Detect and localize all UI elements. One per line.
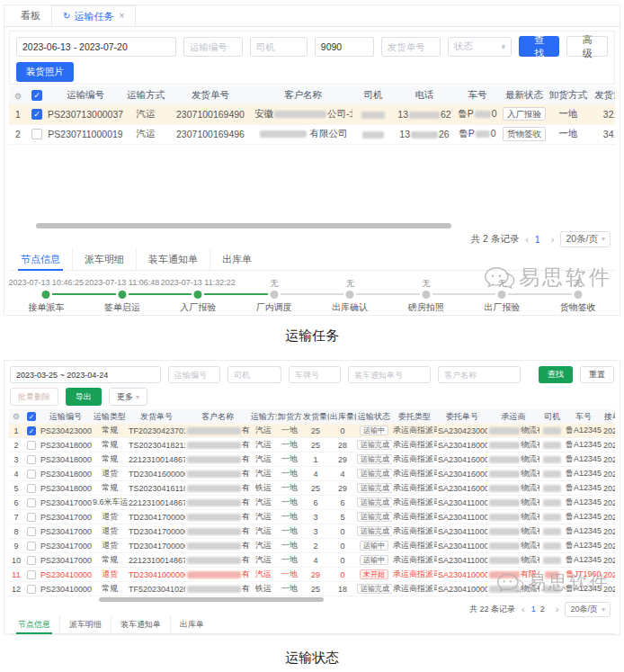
subtab-outbound-order[interactable]: 出库单	[171, 616, 213, 633]
ship-no-input[interactable]	[381, 37, 441, 57]
table-row[interactable]: 12PS230410000004常规TF520230410203有限公司铁运一地…	[9, 582, 615, 596]
task-table: ⚙运输编号运输方式发货单号客户名称司机电话车号最新状态卸货方式发货量(吨1PS2…	[9, 86, 615, 145]
tab-transport-task[interactable]: ↻ 运输任务 ×	[51, 5, 136, 26]
loading-notice-input[interactable]	[348, 366, 431, 383]
select-all-checkbox[interactable]	[27, 412, 36, 421]
row-checkbox[interactable]	[27, 570, 36, 579]
page-number[interactable]: 1	[531, 605, 536, 614]
table-row[interactable]: 8PS230417000003退货TD230417000008有限公司汽运一地3…	[9, 524, 615, 539]
row-checkbox[interactable]	[31, 129, 42, 139]
transport-no-input[interactable]	[168, 366, 220, 383]
page-size-value: 20条/页	[570, 604, 598, 615]
prev-page-icon[interactable]: ‹	[521, 604, 525, 614]
more-button[interactable]: 更多 ▾	[109, 388, 147, 406]
status-select[interactable]: 状态 ▾	[448, 37, 512, 57]
search-button[interactable]: 查找	[539, 366, 573, 383]
date-range-input[interactable]	[16, 37, 176, 57]
prev-page-icon[interactable]: ‹	[525, 234, 529, 245]
node-timeline: 2023-04-23 22:32:29接单派车2023-04-23 23:22:…	[4, 634, 485, 635]
table-row[interactable]: 3PS230418000007常规22123100148673有限公司汽运一地1…	[9, 452, 615, 467]
text-fragment: 物流有限公司	[521, 541, 539, 550]
close-icon[interactable]: ×	[119, 6, 124, 26]
timeline-label: 入厂报验	[160, 301, 236, 314]
row-checkbox[interactable]	[27, 484, 36, 493]
page-number[interactable]: 2	[540, 605, 545, 614]
table-row[interactable]: 1PS230713000037汽运2307100169490安徽公司-北区136…	[9, 104, 615, 124]
page-size-value: 20条/页	[566, 233, 598, 246]
table-row[interactable]: 2PS230418000001常规TS20230418211有限公司汽运一地25…	[9, 438, 615, 452]
tab-board[interactable]: 看板	[10, 5, 51, 26]
select-all-checkbox[interactable]	[31, 90, 42, 101]
column-header: 承运商	[487, 409, 539, 424]
date-range-input[interactable]	[10, 366, 161, 383]
row-checkbox[interactable]	[27, 426, 36, 435]
search-button[interactable]: 查找	[519, 36, 560, 57]
timeline-date: 2023-07-13 11:06:48	[85, 278, 161, 289]
row-checkbox[interactable]	[31, 109, 42, 120]
row-checkbox[interactable]	[27, 441, 36, 450]
export-button[interactable]: 导出	[66, 388, 102, 406]
subtab-dispatch-detail[interactable]: 派车明细	[60, 616, 111, 633]
timeline-date: 2023-07-13 11:32:22	[160, 278, 236, 289]
column-settings-icon[interactable]: ⚙	[14, 92, 22, 101]
plate-input[interactable]	[289, 366, 341, 383]
row-checkbox[interactable]	[27, 498, 36, 507]
next-page-icon[interactable]: ›	[556, 604, 559, 614]
subtab-node-info[interactable]: 节点信息	[9, 249, 73, 270]
table-row[interactable]: 2PS230711000019汽运2307100169496 有限公司1326鲁…	[9, 124, 615, 144]
column-header: 车号	[455, 86, 500, 104]
row-checkbox[interactable]	[27, 470, 36, 479]
driver-input[interactable]	[227, 366, 281, 383]
subtab-outbound-order[interactable]: 出库单	[210, 249, 263, 270]
column-header: 客户名称	[254, 86, 352, 104]
page-size-select[interactable]: 20条/页 ▾	[565, 602, 611, 617]
advanced-button[interactable]: 高级	[566, 36, 608, 57]
refresh-icon[interactable]: ↻	[63, 6, 70, 26]
page-size-select[interactable]: 20条/页 ▾	[560, 231, 611, 247]
filter-panel: 状态 ▾ 查找 高级 装货照片	[9, 31, 615, 85]
driver-input[interactable]	[250, 37, 308, 57]
text-fragment: 物流有限公司	[521, 584, 539, 593]
page-number[interactable]: 1	[535, 234, 540, 245]
subtab-loading-notice[interactable]: 装车通知单	[137, 249, 210, 270]
row-checkbox[interactable]	[27, 513, 36, 522]
row-checkbox[interactable]	[27, 585, 36, 594]
timeline-dot	[118, 291, 126, 299]
table-row[interactable]: 1PS230423000002常规TF20230423701有限公司汽运一地25…	[9, 424, 615, 438]
status-tag: 运输中	[360, 555, 388, 566]
next-page-icon[interactable]: ›	[551, 234, 555, 245]
table-row[interactable]: 9PS230417000002退货TD230417000007有限公司汽运一地2…	[9, 539, 615, 553]
table-row[interactable]: 7PS230417000004退货TD230417000009有限公司汽运一地3…	[9, 510, 615, 524]
timeline-date: 无	[464, 278, 540, 289]
table-row[interactable]: 11PS230410000006退货TD230410000009有限公司汽运一地…	[9, 568, 615, 582]
reset-button[interactable]: 重置	[580, 366, 614, 383]
table-row[interactable]: 5PS230418000004常规TS20230416110有限公司铁运一地25…	[9, 481, 615, 496]
timeline-operator	[85, 314, 161, 317]
subtab-dispatch-detail[interactable]: 派车明细	[73, 249, 137, 270]
row-checkbox[interactable]	[27, 556, 36, 565]
redacted-text	[489, 427, 520, 435]
redacted-text	[187, 542, 241, 550]
cargo-photo-button[interactable]: 装货照片	[16, 62, 74, 82]
customer-input[interactable]	[438, 366, 521, 383]
redacted-text	[543, 499, 561, 506]
status-tag: 入厂报验	[503, 107, 546, 121]
horizontal-scrollbar[interactable]	[9, 222, 615, 229]
keyword-input[interactable]	[315, 37, 374, 57]
row-checkbox[interactable]	[27, 542, 36, 551]
bulk-delete-button[interactable]: 批量删除	[10, 388, 58, 406]
column-settings-icon[interactable]: ⚙	[13, 412, 20, 421]
transport-no-input[interactable]	[183, 37, 243, 57]
column-header: 接单时间	[602, 409, 615, 424]
subtab-node-info[interactable]: 节点信息	[9, 616, 60, 633]
horizontal-scrollbar[interactable]	[9, 596, 615, 602]
timeline-operator	[388, 314, 465, 317]
table-row[interactable]: 4PS230418000006退货TD230416000002有限公司汽运一地4…	[9, 467, 615, 481]
row-checkbox[interactable]	[27, 455, 36, 464]
text-fragment: 鲁P	[458, 108, 474, 119]
text-fragment: 物流有限公司	[521, 454, 539, 463]
subtab-loading-notice[interactable]: 装车通知单	[111, 616, 171, 633]
table-row[interactable]: 6PS2304170000059.6米车运输22123100148676有限公司…	[9, 496, 615, 510]
row-checkbox[interactable]	[27, 527, 36, 536]
table-row[interactable]: 10PS230417000001常规22123100148677有限公司汽运一地…	[9, 553, 615, 568]
